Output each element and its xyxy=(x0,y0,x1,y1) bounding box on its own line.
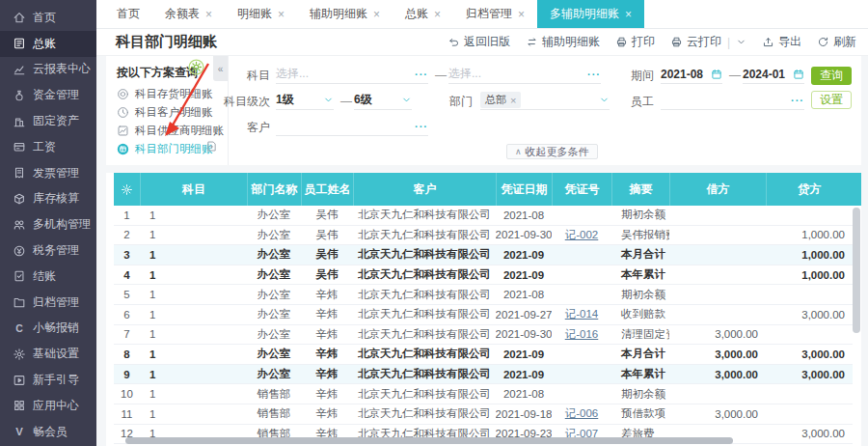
sidebar-item-closing[interactable]: 结账 xyxy=(0,264,96,290)
sidebar-item-letter-v[interactable]: V畅会员 xyxy=(0,419,96,445)
scheme-item[interactable]: 科目部门明细账 xyxy=(117,141,213,156)
export-button[interactable]: 导出 xyxy=(762,34,801,50)
cell-cust: 北京天九仁和科技有限公司 xyxy=(353,404,496,424)
voucher-link[interactable]: 记-014 xyxy=(565,307,599,321)
cell-cust: 北京天九仁和科技有限公司 xyxy=(353,245,496,265)
customer-picker-icon[interactable]: ··· xyxy=(415,121,428,132)
sidebar-item-tax[interactable]: 税务管理 xyxy=(0,237,96,264)
sidebar-item-chart[interactable]: 云报表中心 xyxy=(0,57,96,83)
table-row[interactable]: 111销售部辛炜北京天九仁和科技有限公司2021-09-18记-006预借款项3… xyxy=(114,404,853,425)
tab[interactable]: 辅助明细账× xyxy=(297,0,393,28)
tab[interactable]: 明细账× xyxy=(225,0,297,28)
sidebar-item-gear[interactable]: 基础设置 xyxy=(0,341,96,367)
sidebar-item-salary[interactable]: 工资 xyxy=(0,134,96,160)
sidebar-item-asset[interactable]: 固定资产 xyxy=(0,108,96,134)
search-button[interactable]: 查询 xyxy=(811,67,852,85)
scheme-item-label: 科目客户明细账 xyxy=(135,105,213,120)
gear-icon xyxy=(13,348,26,361)
table-row[interactable]: 11办公室吴伟北京天九仁和科技有限公司2021-08期初余额 xyxy=(114,206,853,226)
tab[interactable]: 首页 xyxy=(104,0,152,28)
sidebar-item-label: 云报表中心 xyxy=(33,61,91,77)
subject-from-picker-icon[interactable]: ··· xyxy=(415,69,428,80)
printer-button[interactable]: 云打印| xyxy=(670,34,746,50)
printer-button[interactable]: 打印 xyxy=(615,34,655,50)
level-to-select[interactable]: 6级 xyxy=(354,91,412,110)
tab[interactable]: 归档管理× xyxy=(453,0,537,28)
panel-collapse-button[interactable]: « xyxy=(213,56,228,81)
subject-to-input[interactable]: 选择... ··· xyxy=(448,65,601,84)
horizontal-scrollbar[interactable] xyxy=(125,437,733,444)
customer-input[interactable]: ··· xyxy=(276,117,428,136)
scheme-item[interactable]: 科目存货明细账 xyxy=(117,86,213,101)
sidebar-item-letter-c[interactable]: C小畅报销 xyxy=(0,316,96,342)
table-row[interactable]: 51办公室辛炜北京天九仁和科技有限公司2021-08期初余额 xyxy=(114,285,853,305)
table-row[interactable]: 101销售部辛炜北京天九仁和科技有限公司2021-08期初余额 xyxy=(114,384,853,404)
scheme-save-icon[interactable] xyxy=(205,140,218,153)
period-to-input[interactable]: 2024-01 xyxy=(743,65,804,84)
level-from-select[interactable]: 1级 xyxy=(276,91,334,110)
sidebar-item-guide[interactable]: 新手引导 xyxy=(0,367,96,393)
column-header: 员工姓名 xyxy=(301,173,353,206)
column-settings-gear-icon[interactable] xyxy=(114,173,140,206)
sidebar-item-org[interactable]: 多机构管理 xyxy=(0,211,96,237)
table-row[interactable]: 81办公室辛炜北京天九仁和科技有限公司2021-09本月合计3,000.003,… xyxy=(114,345,853,365)
cell-subject: 1 xyxy=(140,206,247,225)
scheme-item[interactable]: 科目客户明细账 xyxy=(117,104,213,120)
tab-close-icon[interactable]: × xyxy=(434,8,441,21)
sidebar-item-invoice[interactable]: 发票管理 xyxy=(0,160,96,186)
table-row[interactable]: 61办公室辛炜北京天九仁和科技有限公司2021-09-27记-014收到赔款3,… xyxy=(114,305,853,325)
sidebar-item-ledger[interactable]: 总账 xyxy=(0,31,96,57)
sidebar-item-archive[interactable]: 归档管理 xyxy=(0,290,96,316)
tab-close-icon[interactable]: × xyxy=(518,8,525,21)
voucher-link[interactable]: 记-002 xyxy=(565,228,599,242)
sidebar-item-inventory[interactable]: 库存核算 xyxy=(0,186,96,212)
employee-picker-icon[interactable]: ··· xyxy=(791,95,804,106)
subject-from-input[interactable]: 选择... ··· xyxy=(276,65,428,84)
tab-close-icon[interactable]: × xyxy=(373,8,380,21)
collapse-more-button[interactable]: ∧收起更多条件 xyxy=(506,144,598,159)
table-row[interactable]: 31办公室吴伟北京天九仁和科技有限公司2021-09本月合计1,000.00 xyxy=(114,245,853,265)
tab[interactable]: 余额表× xyxy=(152,0,225,28)
scheme-settings-icon[interactable] xyxy=(188,59,204,75)
cell-voucher xyxy=(552,245,611,265)
period-from-input[interactable]: 2021-08 xyxy=(661,65,722,84)
cell-credit: 1,000.00 xyxy=(766,226,853,245)
tab-close-icon[interactable]: × xyxy=(625,8,632,21)
clock-icon xyxy=(117,106,129,119)
sidebar-item-funds[interactable]: 资金管理 xyxy=(0,82,96,108)
undo-button[interactable]: 返回旧版 xyxy=(448,34,510,50)
tab[interactable]: 多辅助明细账× xyxy=(537,0,644,28)
cell-subject: 1 xyxy=(140,365,247,384)
table-row[interactable]: 91办公室辛炜北京天九仁和科技有限公司2021-09本年累计3,000.003,… xyxy=(114,365,853,385)
tag-remove-icon[interactable]: × xyxy=(510,95,516,106)
sidebar-item-home[interactable]: 首页 xyxy=(0,5,96,31)
refresh-button[interactable]: 刷新 xyxy=(817,34,856,50)
voucher-link[interactable]: 记-006 xyxy=(565,406,599,421)
voucher-link[interactable]: 记-016 xyxy=(565,327,599,342)
table-row[interactable]: 21办公室吴伟北京天九仁和科技有限公司2021-09-30记-002吴伟报销费用… xyxy=(114,226,853,246)
tab-close-icon[interactable]: × xyxy=(205,8,212,21)
tab[interactable]: 总账× xyxy=(393,0,453,28)
chevron-down-icon[interactable] xyxy=(401,95,412,105)
department-select[interactable]: 总部× xyxy=(480,91,610,110)
chevron-down-icon[interactable] xyxy=(323,95,334,105)
subject-to-picker-icon[interactable]: ··· xyxy=(587,69,601,80)
chevron-down-icon[interactable] xyxy=(736,37,746,47)
employee-input[interactable]: ··· xyxy=(661,91,804,110)
vertical-scrollbar[interactable] xyxy=(853,208,860,333)
settings-button[interactable]: 设置 xyxy=(811,91,852,109)
column-header: 凭证日期 xyxy=(496,173,552,206)
sidebar-item-appcenter[interactable]: 应用中心 xyxy=(0,393,96,419)
cell-credit xyxy=(766,404,853,424)
scheme-item[interactable]: 科目供应商明细账 xyxy=(117,123,224,138)
tab-close-icon[interactable]: × xyxy=(278,8,285,21)
table-row[interactable]: 41办公室吴伟北京天九仁和科技有限公司2021-09本年累计1,000.00 xyxy=(114,265,853,286)
cell-emp: 辛炜 xyxy=(301,345,353,364)
tab-label: 首页 xyxy=(117,6,140,22)
cell-summary: 本年累计 xyxy=(611,365,669,384)
calendar-icon[interactable] xyxy=(711,69,722,80)
swap-button[interactable]: 辅助明细账 xyxy=(526,34,600,50)
calendar-icon[interactable] xyxy=(793,69,804,80)
table-row[interactable]: 71办公室辛炜北京天九仁和科技有限公司2021-09-30记-016清理固定资产… xyxy=(114,325,853,346)
chevron-down-icon[interactable] xyxy=(599,95,610,105)
